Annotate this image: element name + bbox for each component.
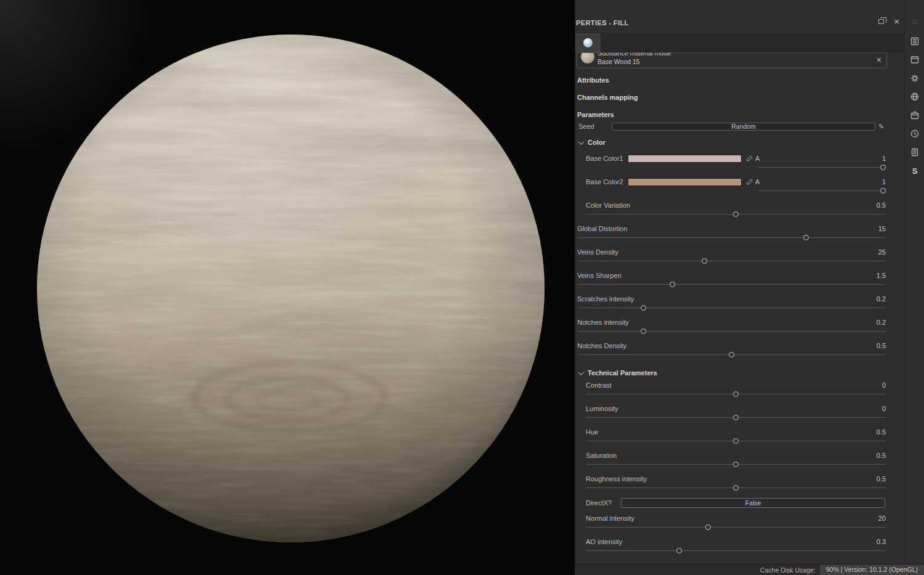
param-label: Hue bbox=[586, 428, 598, 436]
param-row-saturation: Saturation0.5 bbox=[586, 451, 886, 470]
slider-track bbox=[586, 527, 886, 528]
color-swatch[interactable] bbox=[628, 155, 742, 163]
slider-handle[interactable] bbox=[733, 415, 739, 420]
section-parameters[interactable]: Parameters bbox=[577, 110, 904, 119]
slider-handle[interactable] bbox=[803, 235, 809, 240]
slider-track bbox=[759, 190, 886, 191]
group-color-label: Color bbox=[588, 139, 606, 146]
toolbar-grip[interactable] bbox=[905, 20, 924, 24]
param-row-global-distortion: Global Distortion15 bbox=[577, 224, 886, 243]
param-value: 0.2 bbox=[877, 295, 886, 303]
param-label: Veins Sharpen bbox=[577, 271, 622, 280]
parameter-sliders: Color Variation0.5Global Distortion15Vei… bbox=[575, 201, 904, 360]
slider-handle[interactable] bbox=[670, 282, 675, 287]
notches-intensity-slider[interactable] bbox=[577, 327, 886, 336]
param-value: 25 bbox=[878, 248, 886, 256]
color-row-base-color1: Base Color1A1 bbox=[586, 154, 886, 173]
luminosity-slider[interactable] bbox=[586, 413, 886, 423]
section-channels-mapping[interactable]: Channels mapping bbox=[577, 93, 904, 102]
param-value: 0.5 bbox=[877, 475, 886, 483]
saturation-slider[interactable] bbox=[586, 460, 886, 470]
settings-icon[interactable] bbox=[905, 69, 924, 88]
seed-row: Seed Random ✎ bbox=[578, 122, 886, 131]
param-value: 0.3 bbox=[877, 537, 886, 546]
slider-handle[interactable] bbox=[880, 165, 886, 170]
tab-fill-material[interactable] bbox=[575, 33, 601, 52]
roughness-intensity-slider[interactable] bbox=[586, 483, 886, 493]
log-icon[interactable] bbox=[905, 143, 924, 161]
slider-handle[interactable] bbox=[733, 438, 739, 444]
properties-icon[interactable] bbox=[905, 32, 924, 51]
slider-track bbox=[577, 237, 886, 238]
material-thumbnail bbox=[581, 52, 594, 63]
3d-viewport[interactable] bbox=[0, 0, 575, 575]
scratches-intensity-slider[interactable] bbox=[577, 303, 886, 313]
group-color[interactable]: Color bbox=[579, 138, 904, 147]
normal-intensity-slider[interactable] bbox=[586, 523, 886, 532]
slider-handle[interactable] bbox=[702, 258, 707, 264]
slider-handle[interactable] bbox=[641, 328, 646, 334]
param-row-veins-sharpen: Veins Sharpen1.5 bbox=[577, 271, 886, 290]
cache-disk-usage-label: Cache Disk Usage: bbox=[760, 566, 816, 574]
eyedropper-icon[interactable] bbox=[746, 155, 753, 162]
float-panel-icon[interactable] bbox=[878, 19, 884, 24]
ao-intensity-slider[interactable] bbox=[586, 546, 886, 556]
properties-panel: PERTIES - FILL × Substance material mode… bbox=[575, 0, 904, 564]
panel-tabstrip bbox=[575, 33, 904, 52]
material-selector[interactable]: Substance material mode Base Wood 15 × bbox=[577, 52, 887, 68]
post-sliders: Normal intensity20AO intensity0.3 bbox=[575, 514, 904, 556]
version-status-value: 90% | Version: 10.1.2 (OpenGL) bbox=[820, 565, 924, 575]
param-row-luminosity: Luminosity0 bbox=[586, 404, 886, 423]
param-row-notches-density: Notches Density0.5 bbox=[577, 341, 886, 360]
slider-handle[interactable] bbox=[733, 462, 739, 467]
param-value: 0.5 bbox=[877, 428, 886, 436]
param-value: 0.5 bbox=[877, 201, 886, 210]
param-value: 1 bbox=[882, 178, 886, 186]
assets-icon[interactable] bbox=[905, 106, 924, 124]
contrast-slider[interactable] bbox=[586, 389, 886, 399]
hue-slider[interactable] bbox=[586, 436, 886, 446]
slider-track bbox=[586, 550, 886, 551]
history-icon[interactable] bbox=[905, 124, 924, 143]
veins-sharpen-slider[interactable] bbox=[577, 280, 886, 290]
global-distortion-slider[interactable] bbox=[577, 233, 886, 243]
slider-track bbox=[577, 284, 886, 285]
param-label: Base Color1 bbox=[586, 155, 628, 162]
slider-track bbox=[577, 331, 886, 332]
base-color2-alpha-slider[interactable] bbox=[759, 186, 886, 196]
slider-handle[interactable] bbox=[676, 548, 682, 553]
param-value: 15 bbox=[878, 224, 886, 233]
group-technical-parameters[interactable]: Technical Parameters bbox=[579, 369, 904, 377]
slider-handle[interactable] bbox=[733, 211, 739, 217]
slider-handle[interactable] bbox=[641, 305, 646, 311]
param-row-normal-intensity: Normal intensity20 bbox=[586, 514, 886, 532]
panel-titlebar[interactable]: PERTIES - FILL × bbox=[575, 0, 904, 33]
color-rows: Base Color1A1Base Color2A1 bbox=[575, 154, 904, 196]
seed-random-button[interactable]: Random bbox=[612, 123, 875, 131]
layers-icon[interactable] bbox=[905, 51, 924, 69]
material-sphere-preview bbox=[0, 0, 575, 575]
param-label: Notches Density bbox=[577, 341, 626, 350]
edit-seed-icon[interactable]: ✎ bbox=[878, 123, 886, 131]
veins-density-slider[interactable] bbox=[577, 256, 886, 266]
section-attributes[interactable]: Attributes bbox=[577, 76, 904, 84]
close-panel-icon[interactable]: × bbox=[894, 18, 899, 25]
display-icon[interactable] bbox=[905, 88, 924, 106]
color-variation-slider[interactable] bbox=[586, 210, 886, 219]
remove-material-icon[interactable]: × bbox=[877, 55, 881, 65]
base-color1-alpha-slider[interactable] bbox=[759, 163, 886, 173]
param-row-contrast: Contrast0 bbox=[586, 381, 886, 399]
eyedropper-icon[interactable] bbox=[746, 179, 753, 186]
slider-handle[interactable] bbox=[733, 485, 739, 491]
directx-toggle-button[interactable]: False bbox=[621, 498, 885, 508]
slider-handle[interactable] bbox=[729, 352, 734, 357]
slider-handle[interactable] bbox=[733, 391, 739, 397]
notches-density-slider[interactable] bbox=[577, 350, 886, 360]
slider-handle[interactable] bbox=[880, 188, 886, 194]
param-label: Contrast bbox=[586, 381, 612, 389]
substance-icon[interactable]: S bbox=[905, 161, 924, 180]
chevron-down-icon bbox=[578, 139, 585, 145]
color-swatch[interactable] bbox=[628, 178, 742, 186]
slider-handle[interactable] bbox=[705, 524, 711, 530]
material-sphere-icon bbox=[583, 38, 593, 47]
